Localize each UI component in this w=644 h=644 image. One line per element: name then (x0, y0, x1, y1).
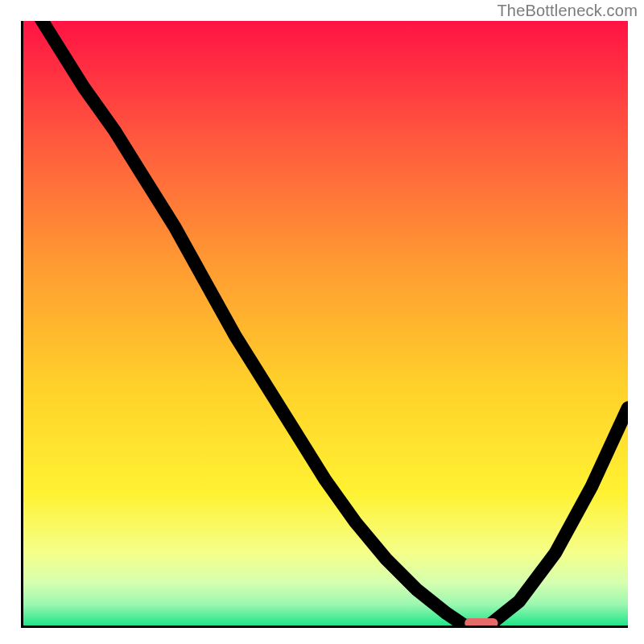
optimal-marker (464, 618, 497, 625)
plot-area (21, 21, 628, 628)
gradient-background (23, 21, 628, 625)
plot-inner (23, 21, 628, 625)
chart-svg (23, 21, 628, 625)
x-axis (21, 625, 628, 628)
chart-frame: TheBottleneck.com (0, 0, 644, 644)
watermark-text: TheBottleneck.com (497, 2, 638, 20)
